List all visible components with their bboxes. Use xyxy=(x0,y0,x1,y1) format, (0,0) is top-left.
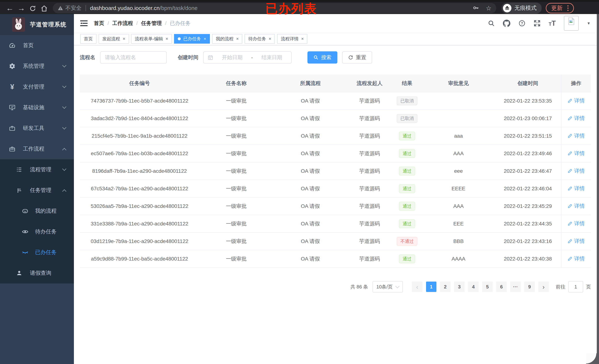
cell-process: OA 请假 xyxy=(273,180,347,197)
cell-starter: 芋道源码 xyxy=(347,180,392,197)
page-content: 流程名 创建时间 开始日期 - 结束日期 搜索 重置 任务编号 xyxy=(74,45,597,293)
cell-opinion: EEE xyxy=(422,215,495,232)
browser-home-button[interactable] xyxy=(38,4,50,13)
detail-link[interactable]: 详情 xyxy=(568,115,585,122)
page-ellipsis[interactable]: ··· xyxy=(510,282,521,292)
close-icon[interactable]: × xyxy=(123,36,125,41)
browser-reload-button[interactable] xyxy=(27,4,38,13)
detail-link[interactable]: 详情 xyxy=(568,132,585,139)
page-size-select[interactable]: 10条/页 xyxy=(372,281,403,293)
sidebar-item-done-tasks[interactable]: 已办任务 xyxy=(0,242,74,263)
chevron-down-icon xyxy=(62,63,67,67)
sidebar-item-my-process[interactable]: 我的流程 xyxy=(0,201,74,221)
tab-form-edit[interactable]: 流程表单-编辑× xyxy=(131,34,172,44)
page-button-1[interactable]: 1 xyxy=(426,282,436,292)
page-button-2[interactable]: 2 xyxy=(440,282,450,292)
close-icon[interactable]: × xyxy=(236,36,239,41)
window-scrollbar-track[interactable] xyxy=(597,14,599,364)
detail-link[interactable]: 详情 xyxy=(568,167,585,174)
next-page-button[interactable]: › xyxy=(538,282,549,292)
briefcase-icon xyxy=(8,146,17,152)
cell-created: 2022-01-22 23:51:15 xyxy=(495,127,561,145)
window-corner xyxy=(586,353,597,364)
table-row: 3adac3d2-7b9d-11ec-8404-acde48001122 一级审… xyxy=(80,110,591,127)
edit-icon xyxy=(568,186,573,191)
browser-forward-button[interactable]: → xyxy=(16,4,27,13)
detail-link[interactable]: 详情 xyxy=(568,185,585,192)
search-button[interactable]: 搜索 xyxy=(308,51,337,63)
page-button-9[interactable]: 9 xyxy=(524,282,535,292)
github-icon[interactable] xyxy=(503,20,510,27)
sidebar-item-process-mgmt[interactable]: 流程管理 xyxy=(0,159,74,180)
edit-icon xyxy=(568,151,573,156)
page-button-6[interactable]: 6 xyxy=(496,282,507,292)
tab-done-tasks[interactable]: 已办任务× xyxy=(174,34,210,44)
sidebar-item-workflow[interactable]: 工作流程 xyxy=(0,139,74,159)
bookmark-star-icon[interactable]: ☆ xyxy=(486,4,492,12)
search-icon[interactable] xyxy=(488,20,495,27)
sidebar-item-system[interactable]: 系统管理 xyxy=(0,56,74,77)
fullscreen-icon[interactable] xyxy=(534,20,541,27)
security-status[interactable]: 不安全 xyxy=(58,4,81,12)
cell-process: OA 请假 xyxy=(273,232,347,250)
cell-process: OA 请假 xyxy=(273,145,347,162)
sidebar-item-label: 我的流程 xyxy=(35,207,57,215)
tab-home[interactable]: 首页 xyxy=(80,34,97,44)
key-icon[interactable] xyxy=(473,5,479,11)
breadcrumb-separator: / xyxy=(136,20,138,26)
tab-process-detail[interactable]: 流程详情× xyxy=(277,34,308,44)
breadcrumb-task-mgmt[interactable]: 任务管理 xyxy=(141,20,162,27)
prev-page-button[interactable]: ‹ xyxy=(412,282,422,292)
browser-back-button[interactable]: ← xyxy=(4,4,16,13)
detail-link[interactable]: 详情 xyxy=(568,203,585,210)
hamburger-icon[interactable] xyxy=(80,20,88,27)
chevron-up-icon xyxy=(62,189,67,194)
font-size-icon[interactable]: TT xyxy=(549,20,556,27)
breadcrumb-home[interactable]: 首页 xyxy=(94,20,104,27)
close-icon[interactable]: × xyxy=(301,36,304,41)
reset-button[interactable]: 重置 xyxy=(342,51,372,63)
browser-menu-icon[interactable] xyxy=(566,5,570,11)
process-name-input[interactable] xyxy=(100,51,167,63)
close-icon[interactable]: × xyxy=(204,36,206,41)
detail-link[interactable]: 详情 xyxy=(568,220,585,227)
cell-opinion: BBB xyxy=(422,232,495,250)
sidebar-item-todo-tasks[interactable]: 待办任务 xyxy=(0,221,74,242)
col-task-name: 任务名称 xyxy=(199,75,273,92)
close-icon[interactable]: × xyxy=(166,36,168,41)
avatar-caret-icon[interactable]: ▼ xyxy=(587,21,590,26)
sidebar-item-leave-query[interactable]: 请假查询 xyxy=(0,263,74,284)
tab-label: 首页 xyxy=(84,36,93,42)
detail-link[interactable]: 详情 xyxy=(568,150,585,157)
cell-starter: 芋道源码 xyxy=(347,145,392,162)
sidebar-item-task-mgmt[interactable]: 任务管理 xyxy=(0,180,74,201)
sidebar-item-label: 支付管理 xyxy=(23,83,44,90)
date-range-picker[interactable]: 开始日期 - 结束日期 xyxy=(203,51,291,63)
goto-page-input[interactable] xyxy=(568,281,583,293)
sidebar-item-home[interactable]: 首页 xyxy=(0,35,74,56)
tab-my-process[interactable]: 我的流程× xyxy=(212,34,242,44)
detail-link[interactable]: 详情 xyxy=(568,97,585,104)
breadcrumb-workflow[interactable]: 工作流程 xyxy=(112,20,133,27)
close-icon[interactable]: × xyxy=(269,36,271,41)
app-logo-bar[interactable]: 芋道管理系统 xyxy=(0,14,74,35)
page-button-3[interactable]: 3 xyxy=(454,282,465,292)
detail-link[interactable]: 详情 xyxy=(568,255,585,262)
page-button-5[interactable]: 5 xyxy=(482,282,493,292)
avatar[interactable] xyxy=(564,16,579,31)
tab-todo-tasks[interactable]: 待办任务× xyxy=(245,34,275,44)
help-icon[interactable]: ? xyxy=(519,20,526,27)
sidebar-item-payment[interactable]: ¥ 支付管理 xyxy=(0,77,74,97)
sidebar-item-infrastructure[interactable]: 基础设施 xyxy=(0,97,74,118)
browser-update-button[interactable]: 更新 xyxy=(546,3,574,13)
tab-start-process[interactable]: 发起流程× xyxy=(99,34,129,44)
sidebar-item-label: 流程管理 xyxy=(30,166,51,173)
detail-link[interactable]: 详情 xyxy=(568,238,585,245)
tab-label: 流程详情 xyxy=(281,36,299,42)
cell-starter: 芋道源码 xyxy=(347,250,392,267)
detail-label: 详情 xyxy=(574,238,585,245)
result-tag: 已取消 xyxy=(397,114,417,123)
cell-opinion xyxy=(422,110,495,127)
sidebar-item-devtools[interactable]: 研发工具 xyxy=(0,118,74,139)
page-button-4[interactable]: 4 xyxy=(468,282,478,292)
